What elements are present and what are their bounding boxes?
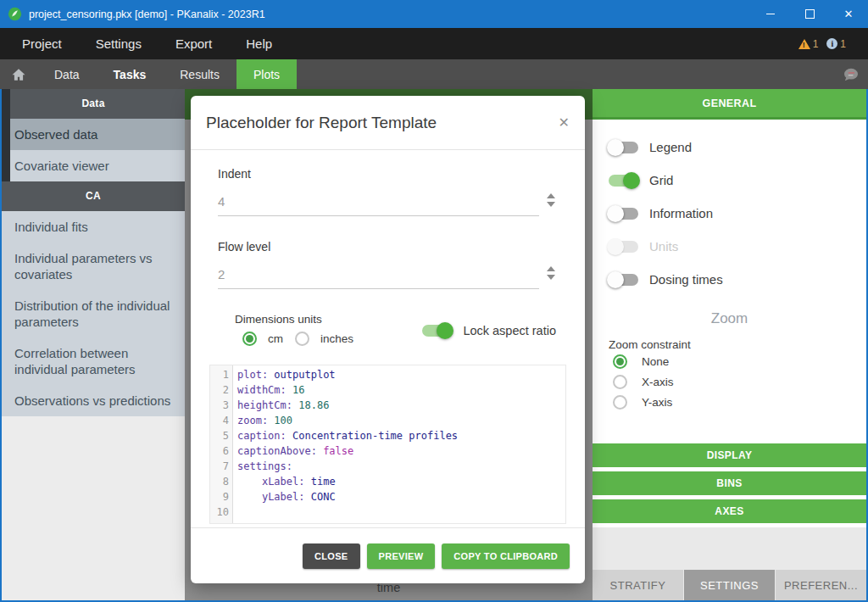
panel-tab-preferen[interactable]: PREFEREN... [776,570,866,600]
tab-tasks[interactable]: Tasks [97,59,164,89]
editor-line-number: 2 [210,382,229,398]
editor-line-number: 10 [210,504,229,520]
editor-line-number: 7 [210,459,229,474]
toggle-knob [607,205,624,222]
toggle-dosing-times[interactable] [609,274,638,286]
code-token-key: xLabel: [262,476,305,488]
toggle-row-dosing-times: Dosing times [593,263,866,296]
close-button[interactable]: ✕ [829,0,868,28]
tab-data[interactable]: Data [37,59,97,89]
section-axes[interactable]: AXES [593,499,866,523]
preview-button[interactable]: PREVIEW [367,543,436,569]
field-input-flow-level[interactable]: 2 [218,265,539,289]
copy-to-clipboard-button[interactable]: COPY TO CLIPBOARD [442,543,570,569]
tab-results[interactable]: Results [163,59,236,89]
spinner-down-icon[interactable] [547,275,555,280]
editor-line-number: 9 [210,489,229,504]
general-section-header[interactable]: GENERAL [593,89,866,120]
lock-aspect-toggle[interactable] [422,325,452,337]
toggle-knob [607,238,624,255]
code-token-num: 18.86 [292,399,329,411]
close-button[interactable]: CLOSE [303,543,359,569]
units-and-lock-row: Dimensions units cminches Lock aspect ra… [218,313,556,346]
code-token-key: plot: [237,369,268,381]
tab-plots[interactable]: Plots [236,59,297,89]
sidebar-item-covariate-viewer[interactable]: Covariate viewer [2,150,185,181]
title-bar: project_censoring.pkx [demo] - PKanalix … [0,0,868,28]
yaml-code-editor[interactable]: 12345678910 plot: outputplotwidthCm: 16h… [209,365,566,524]
code-token-plain: outputplot [268,369,335,381]
spinner-down-icon[interactable] [547,202,555,207]
zoom-option-y-axis: Y-axis [593,393,866,412]
warning-indicator[interactable]: 1 [798,38,819,50]
sidebar-item-distribution-of-the-individual-parameters[interactable]: Distribution of the individual parameter… [2,290,185,337]
toggle-knob [607,139,624,156]
toggle-information[interactable] [609,208,638,220]
radio-dot [616,358,624,365]
toggle-row-units: Units [593,230,866,263]
editor-code-line: plot: outputplot [237,367,565,382]
code-token-num: 100 [268,415,292,426]
editor-code-line: heightCm: 18.86 [237,398,565,413]
dialog-header: Placeholder for Report Template ✕ [191,96,585,150]
editor-line-number: 6 [210,443,229,459]
editor-line-number: 3 [210,398,229,413]
sidebar-item-correlation-between-individual-parameters[interactable]: Correlation between individual parameter… [2,337,185,385]
editor-line-number: 5 [210,428,229,443]
panel-tab-stratify[interactable]: STRATIFY [593,570,683,600]
editor-line-numbers: 12345678910 [210,365,233,523]
panel-tab-settings[interactable]: SETTINGS [684,570,775,600]
radio-y-axis[interactable] [613,395,627,410]
minimize-button[interactable] [751,0,790,28]
menu-help[interactable]: Help [242,36,275,51]
sidebar-item-observed-data[interactable]: Observed data [2,119,185,150]
zoom-option-none: None [593,352,866,371]
main-tab-bar: DataTasksResultsPlots [0,59,868,89]
toggle-label-units: Units [649,239,678,254]
number-fields: Indent4Flow level2 [218,167,556,289]
lock-aspect-row: Lock aspect ratio [422,324,556,337]
toggle-knob [607,271,624,288]
report-placeholder-dialog: Placeholder for Report Template ✕ Indent… [191,96,585,583]
code-token-plain: Concentration-time profiles [287,430,458,442]
radio-none[interactable] [613,354,627,369]
editor-code-line: widthCm: 16 [237,382,565,398]
code-token-plain [237,491,262,503]
section-bins[interactable]: BINS [593,471,866,495]
spinner-up-icon[interactable] [547,193,555,198]
menu-export[interactable]: Export [172,36,215,51]
plots-sidebar: DataObserved dataCovariate viewerCAIndiv… [2,89,185,600]
zoom-constraint-options: NoneX-axisY-axis [593,351,866,412]
dimensions-units-label: Dimensions units [235,313,353,326]
radio-inches[interactable] [295,332,309,346]
units-option-label-inches: inches [320,332,353,345]
radio-dot [246,335,253,343]
sidebar-item-individual-fits[interactable]: Individual fits [2,211,185,242]
sidebar-group-header-data: Data [2,89,185,119]
units-option-cm: cm [242,332,283,346]
section-display[interactable]: DISPLAY [593,443,866,467]
toggle-legend[interactable] [609,142,638,153]
home-button[interactable] [0,67,37,82]
editor-code-area[interactable]: plot: outputplotwidthCm: 16heightCm: 18.… [233,365,565,523]
toggle-units[interactable] [609,241,638,253]
sidebar-top-gutter [2,89,10,181]
home-icon [11,67,26,82]
field-input-indent[interactable]: 4 [218,192,539,216]
editor-line-number: 4 [210,413,229,428]
dialog-close-icon[interactable]: ✕ [559,116,570,130]
maximize-button[interactable] [790,0,829,28]
radio-x-axis[interactable] [613,375,627,389]
code-token-key: yLabel: [262,491,305,503]
sidebar-item-individual-parameters-vs-covariates[interactable]: Individual parameters vs covariates [2,242,185,290]
menu-settings[interactable]: Settings [92,36,145,51]
window-controls: ✕ [751,0,868,28]
info-indicator[interactable]: i 1 [826,38,846,50]
radio-cm[interactable] [242,332,257,346]
menu-project[interactable]: Project [19,36,65,51]
spinner-indent [547,193,555,207]
spinner-up-icon[interactable] [547,266,555,271]
toggle-grid[interactable] [609,175,638,187]
feedback-button[interactable] [843,68,868,81]
sidebar-item-observations-vs-predictions[interactable]: Observations vs predictions [2,385,185,416]
